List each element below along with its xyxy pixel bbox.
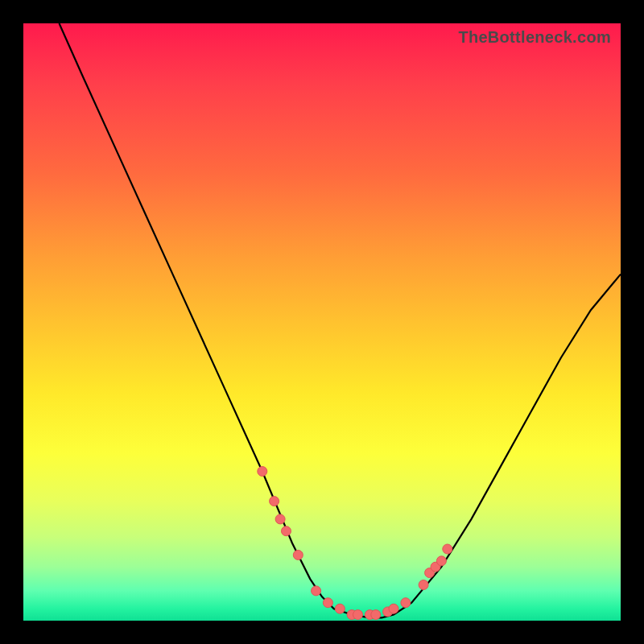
highlight-marker bbox=[258, 467, 267, 477]
highlight-marker bbox=[389, 604, 398, 613]
bottleneck-curve-svg bbox=[23, 23, 621, 621]
highlight-marker bbox=[335, 604, 345, 613]
chart-plot-area: TheBottleneck.com bbox=[23, 23, 621, 621]
highlight-marker bbox=[270, 497, 279, 506]
highlight-marker bbox=[353, 610, 363, 620]
highlight-markers bbox=[258, 467, 452, 620]
highlight-marker bbox=[275, 514, 285, 524]
highlight-marker bbox=[371, 610, 381, 620]
highlight-marker bbox=[436, 556, 446, 566]
highlight-marker bbox=[401, 598, 411, 608]
highlight-marker bbox=[312, 586, 321, 596]
highlight-marker bbox=[323, 598, 332, 608]
highlight-marker bbox=[282, 526, 291, 536]
highlight-marker bbox=[443, 544, 452, 554]
bottleneck-curve-path bbox=[60, 23, 621, 617]
highlight-marker bbox=[293, 550, 303, 559]
chart-frame: TheBottleneck.com bbox=[0, 0, 644, 644]
highlight-marker bbox=[419, 580, 428, 590]
